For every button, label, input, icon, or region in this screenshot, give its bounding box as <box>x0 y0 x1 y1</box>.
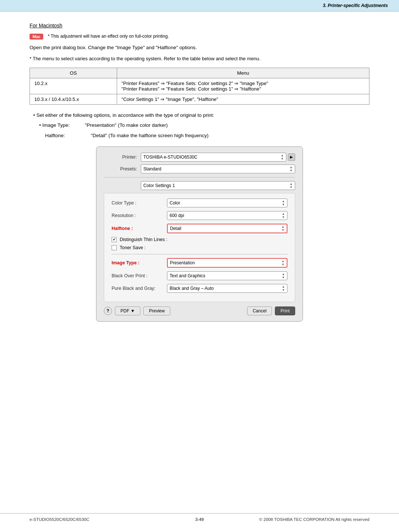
intro2-text: * The menu to select varies according to… <box>30 55 369 62</box>
distinguish-label: Distinguish Thin Lines : <box>120 237 167 242</box>
table-cell-menu-2: "Color Settings 1" ⇒ "Image Type", "Half… <box>117 94 369 104</box>
stepper-down[interactable]: ▼ <box>281 157 284 160</box>
menu-line-1a: "Printer Features" ⇒ "Feature Sets: Colo… <box>122 81 268 86</box>
pdf-button[interactable]: PDF ▼ <box>115 306 140 315</box>
presets-select[interactable]: Standard ▲ ▼ <box>141 165 295 173</box>
header-bar: 3. Printer-specific Adjustments <box>0 0 399 11</box>
resolution-value: 600 dpi <box>170 213 280 218</box>
bullet-image-type: • Image Type: "Presentation" (To make co… <box>39 121 369 129</box>
stepper-up[interactable]: ▲ <box>282 272 285 276</box>
footer-right: Cancel Print <box>247 306 295 315</box>
black-over-print-select[interactable]: Text and Graphics ▲ ▼ <box>167 271 287 280</box>
resolution-label: Resolution : <box>112 213 167 218</box>
toner-save-checkbox[interactable] <box>112 245 117 250</box>
color-type-select[interactable]: Color ▲ ▼ <box>167 199 287 207</box>
header-section-label: 3. Printer-specific Adjustments <box>323 3 388 8</box>
toner-save-row: Toner Save : <box>112 245 287 250</box>
presets-label: Presets: <box>104 166 137 172</box>
cancel-button[interactable]: Cancel <box>247 306 272 315</box>
bullet-halftone-value: "Detail" (To make the halftone screen hi… <box>91 133 209 138</box>
presets-value: Standard <box>143 166 288 172</box>
stepper-down[interactable]: ▼ <box>290 186 293 189</box>
halftone-select[interactable]: Detail ▲ ▼ <box>167 224 287 233</box>
stepper-up[interactable]: ▲ <box>290 182 293 186</box>
black-over-print-value: Text and Graphics <box>170 273 280 278</box>
stepper-down[interactable]: ▼ <box>282 203 285 206</box>
printer-select[interactable]: TOSHIBA e-STUDIO6530C ▲ ▼ <box>141 153 286 162</box>
table-cell-os-1: 10.2.x <box>30 78 117 94</box>
separator-2 <box>112 254 287 254</box>
stepper-up[interactable]: ▲ <box>282 225 284 228</box>
stepper-up[interactable]: ▲ <box>282 200 285 203</box>
pure-black-value: Black and Gray – Auto <box>170 286 280 291</box>
presets-stepper[interactable]: ▲ ▼ <box>290 166 293 172</box>
stepper-down[interactable]: ▼ <box>282 276 285 279</box>
stepper-down[interactable]: ▼ <box>282 288 285 292</box>
image-type-label: Image Type : <box>112 260 167 265</box>
mac-note-text: * This adjustment will have an effect on… <box>48 34 169 39</box>
printer-value: TOSHIBA e-STUDIO6530C <box>143 155 279 160</box>
print-button[interactable]: Print <box>275 306 295 315</box>
color-settings-stepper[interactable]: ▲ ▼ <box>290 182 293 189</box>
resolution-select[interactable]: 600 dpi ▲ ▼ <box>167 211 287 220</box>
dialog-footer: ? PDF ▼ Preview Cancel Print <box>104 306 295 315</box>
resolution-stepper[interactable]: ▲ ▼ <box>282 212 285 219</box>
table-row: 10.2.x "Printer Features" ⇒ "Feature Set… <box>30 78 369 94</box>
pure-black-stepper[interactable]: ▲ ▼ <box>282 285 285 292</box>
stepper-up[interactable]: ▲ <box>282 260 284 263</box>
preview-label: Preview <box>149 308 165 314</box>
stepper-down[interactable]: ▼ <box>282 263 284 266</box>
color-settings-row: Color Settings 1 ▲ ▼ <box>104 181 295 190</box>
page-content: For Macintosh Mac * This adjustment will… <box>0 11 399 353</box>
pure-black-select[interactable]: Black and Gray – Auto ▲ ▼ <box>167 284 287 293</box>
preview-button[interactable]: Preview <box>143 306 170 315</box>
pure-black-row: Pure Black and Gray: Black and Gray – Au… <box>112 284 287 293</box>
halftone-value: Detail <box>170 226 280 231</box>
stepper-down[interactable]: ▼ <box>282 216 285 219</box>
color-type-row: Color Type : Color ▲ ▼ <box>112 199 287 207</box>
help-button[interactable]: ? <box>104 307 112 315</box>
halftone-row: Halftone : Detail ▲ ▼ <box>112 224 287 233</box>
bullet-image-type-label: • Image Type: <box>39 121 83 129</box>
footer-left-text: e-STUDIO5520C/6520C/6530C <box>30 517 89 522</box>
printer-label: Printer: <box>104 155 137 160</box>
table-cell-os-2: 10.3.x / 10.4.x/10.5.x <box>30 94 117 104</box>
stepper-up[interactable]: ▲ <box>281 154 284 157</box>
pure-black-label: Pure Black and Gray: <box>112 286 167 291</box>
menu-line-1b: "Printer Features" ⇒ "Feature Sets: Colo… <box>122 86 261 92</box>
stepper-down[interactable]: ▼ <box>282 228 284 232</box>
color-type-stepper[interactable]: ▲ ▼ <box>282 200 285 206</box>
color-settings-select[interactable]: Color Settings 1 ▲ ▼ <box>141 181 295 190</box>
black-over-print-stepper[interactable]: ▲ ▼ <box>282 272 285 279</box>
separator-1 <box>104 177 295 177</box>
halftone-label: Halftone : <box>112 226 167 231</box>
footer-right-text: © 2008 TOSHIBA TEC CORPORATION All right… <box>259 517 369 522</box>
pdf-label: PDF ▼ <box>120 308 135 314</box>
presets-row: Presets: Standard ▲ ▼ <box>104 165 295 173</box>
toner-save-label: Toner Save : <box>120 245 146 250</box>
print-dialog: Printer: TOSHIBA e-STUDIO6530C ▲ ▼ ▶ Pre… <box>96 146 303 322</box>
bullet-halftone: Halftone: "Detail" (To make the halftone… <box>45 132 369 140</box>
bullet-image-type-value: "Presentation" (To make color darker) <box>85 122 168 128</box>
image-type-row: Image Type : Presentation ▲ ▼ <box>112 258 287 268</box>
mac-note-line: Mac * This adjustment will have an effec… <box>30 34 369 40</box>
stepper-up[interactable]: ▲ <box>282 285 285 288</box>
printer-stepper[interactable]: ▲ ▼ <box>281 154 284 160</box>
table-cell-menu-1: "Printer Features" ⇒ "Feature Sets: Colo… <box>117 78 369 94</box>
distinguish-checkbox[interactable]: ✔ <box>112 237 117 242</box>
resolution-row: Resolution : 600 dpi ▲ ▼ <box>112 211 287 220</box>
intro1-text: Open the print dialog box. Change the "I… <box>30 44 369 51</box>
stepper-up[interactable]: ▲ <box>282 212 285 216</box>
halftone-stepper[interactable]: ▲ ▼ <box>282 225 284 232</box>
stepper-down[interactable]: ▼ <box>290 169 293 172</box>
bullet-halftone-label: Halftone: <box>45 132 89 140</box>
inner-panel: Color Type : Color ▲ ▼ Resolution : 600 … <box>104 193 295 302</box>
mac-badge: Mac <box>30 34 43 40</box>
footer-left: ? PDF ▼ Preview <box>104 306 170 315</box>
printer-expand-icon[interactable]: ▶ <box>288 153 295 161</box>
page-number: 3-49 <box>195 517 204 522</box>
stepper-up[interactable]: ▲ <box>290 166 293 169</box>
image-type-stepper[interactable]: ▲ ▼ <box>282 260 284 266</box>
print-label: Print <box>280 308 290 314</box>
image-type-select[interactable]: Presentation ▲ ▼ <box>167 258 287 268</box>
